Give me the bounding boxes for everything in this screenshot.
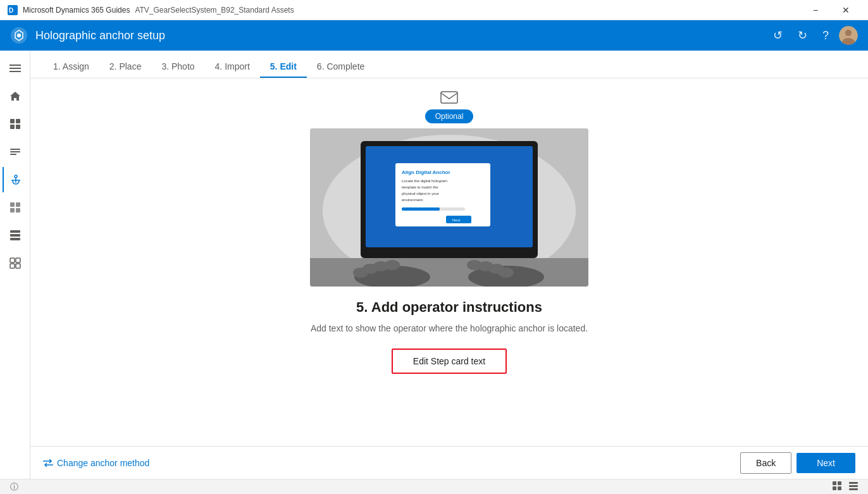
title-bar-app-name: Microsoft Dynamics 365 Guides	[23, 6, 130, 15]
svg-rect-61	[833, 486, 836, 490]
svg-rect-60	[838, 481, 841, 485]
media-icon	[9, 257, 21, 269]
change-anchor-icon	[43, 459, 53, 467]
status-icons	[830, 480, 860, 493]
undo-button[interactable]: ↺	[768, 26, 788, 45]
tab-place[interactable]: 2. Place	[99, 56, 152, 78]
svg-rect-62	[838, 486, 841, 490]
main-image: Align Digital Anchor Locate the digital …	[310, 128, 588, 287]
svg-rect-65	[849, 488, 858, 490]
sidebar-item-content[interactable]	[3, 139, 28, 164]
main-content: Optional Align Digital Anchor Locate the…	[30, 78, 868, 446]
svg-rect-15	[10, 151, 20, 152]
svg-rect-23	[16, 208, 20, 213]
step-description: Add text to show the operator where the …	[311, 323, 588, 333]
optional-badge-container: Optional	[425, 91, 474, 123]
status-grid-button[interactable]	[830, 480, 844, 493]
svg-text:environment.: environment.	[402, 198, 424, 202]
home-icon	[9, 90, 21, 102]
svg-rect-7	[9, 65, 21, 66]
main-layout: 1. Assign 2. Place 3. Photo 4. Import 5.…	[0, 51, 868, 479]
content-icon	[9, 146, 21, 157]
3d-icon	[9, 202, 21, 213]
envelope-icon	[440, 91, 458, 107]
svg-text:D: D	[9, 7, 13, 14]
svg-text:Next: Next	[452, 218, 461, 222]
svg-text:Align Digital Anchor: Align Digital Anchor	[402, 170, 450, 175]
footer: Change anchor method Back Next	[30, 446, 868, 479]
svg-rect-30	[16, 264, 20, 268]
tabs-bar: 1. Assign 2. Place 3. Photo 4. Import 5.…	[30, 51, 868, 78]
app-icon: D	[8, 5, 18, 15]
title-bar-doc-name: ATV_GearSelectSystem_B92_Standard Assets	[135, 6, 294, 15]
footer-right: Back Next	[740, 452, 855, 474]
change-anchor-button[interactable]: Change anchor method	[43, 458, 149, 468]
status-bar: ⓘ	[0, 479, 868, 494]
content-area: 1. Assign 2. Place 3. Photo 4. Import 5.…	[30, 51, 868, 479]
svg-point-58	[499, 268, 514, 278]
sidebar-item-steps[interactable]	[3, 223, 28, 248]
sidebar-item-menu[interactable]	[3, 56, 28, 81]
anchor-icon	[10, 174, 22, 185]
optional-badge: Optional	[425, 109, 474, 123]
status-info-button[interactable]: ⓘ	[8, 480, 21, 494]
next-button[interactable]: Next	[797, 453, 855, 473]
minimize-button[interactable]: −	[801, 0, 830, 20]
svg-point-17	[15, 175, 17, 178]
step-title: 5. Add operator instructions	[356, 299, 542, 316]
svg-rect-59	[833, 481, 836, 485]
sidebar-item-anchor[interactable]	[3, 167, 28, 192]
tab-assign[interactable]: 1. Assign	[43, 56, 99, 78]
laptop-illustration: Align Digital Anchor Locate the digital …	[310, 128, 588, 287]
svg-rect-64	[849, 485, 858, 487]
avatar-image	[839, 26, 858, 45]
svg-text:physical object in your: physical object in your	[402, 192, 439, 195]
app-header-left: Holographic anchor setup	[10, 27, 165, 44]
grid-icon	[833, 481, 841, 490]
svg-rect-10	[10, 119, 15, 123]
close-button[interactable]: ✕	[831, 0, 860, 20]
app-logo-icon	[10, 27, 28, 44]
svg-rect-12	[10, 125, 15, 129]
svg-rect-22	[10, 208, 15, 213]
list-icon	[849, 481, 858, 490]
svg-rect-9	[9, 71, 21, 72]
edit-step-card-button[interactable]: Edit Step card text	[392, 349, 507, 374]
steps-icon	[9, 230, 21, 241]
status-list-button[interactable]	[846, 480, 860, 493]
sidebar-item-3d[interactable]	[3, 195, 28, 220]
user-avatar[interactable]	[839, 26, 858, 45]
svg-point-5	[845, 30, 852, 36]
back-button[interactable]: Back	[740, 452, 791, 474]
svg-rect-8	[9, 68, 21, 69]
svg-rect-21	[16, 202, 20, 207]
svg-point-54	[385, 260, 400, 270]
svg-text:Locate the digital hologram: Locate the digital hologram	[402, 179, 447, 183]
help-button[interactable]: ?	[817, 27, 834, 45]
tab-import[interactable]: 4. Import	[205, 56, 260, 78]
guides-icon	[9, 118, 21, 130]
svg-rect-16	[10, 154, 16, 155]
svg-rect-48	[310, 258, 588, 287]
title-bar: D Microsoft Dynamics 365 Guides ATV_Gear…	[0, 0, 868, 20]
title-bar-controls: − ✕	[801, 0, 860, 20]
svg-rect-25	[10, 234, 20, 237]
svg-rect-20	[10, 202, 15, 207]
svg-rect-26	[10, 238, 20, 240]
tab-complete[interactable]: 6. Complete	[307, 56, 375, 78]
redo-button[interactable]: ↻	[793, 26, 812, 45]
sidebar-item-guides[interactable]	[3, 111, 28, 137]
tab-edit[interactable]: 5. Edit	[260, 56, 307, 78]
svg-rect-28	[16, 258, 20, 262]
app-header-right: ↺ ↻ ?	[768, 26, 858, 45]
tab-photo[interactable]: 3. Photo	[151, 56, 204, 78]
sidebar-item-media[interactable]	[3, 250, 28, 276]
sidebar-item-home[interactable]	[3, 83, 28, 109]
svg-rect-63	[849, 482, 858, 484]
menu-icon	[9, 63, 21, 74]
svg-rect-31	[441, 92, 457, 103]
svg-rect-43	[402, 207, 440, 211]
svg-point-3	[17, 34, 21, 37]
svg-rect-24	[10, 230, 20, 233]
app-header: Holographic anchor setup ↺ ↻ ?	[0, 20, 868, 51]
